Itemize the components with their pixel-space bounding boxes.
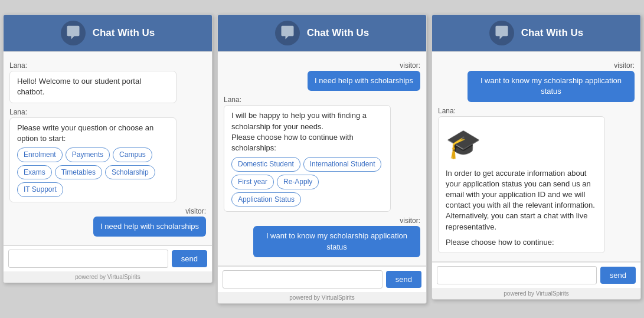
visitor-label: visitor: (224, 217, 420, 225)
powered-by: powered by VirtualSpirits (218, 292, 426, 303)
chat-input[interactable] (437, 266, 597, 284)
chat-icon (489, 21, 514, 45)
lana-extra-text: Please choose how to continue: (446, 237, 597, 248)
chat-header-title: Chat With Us (93, 27, 155, 39)
visitor-label: visitor: (438, 61, 635, 70)
chip-re-apply[interactable]: Re-Apply (277, 175, 319, 189)
chip-application-status[interactable]: Application Status (231, 192, 301, 207)
lana-bubble: I will be happy to help you with finding… (224, 105, 391, 212)
lana-message-text: Please write your question or choose an … (17, 123, 169, 144)
lana-message-text: In order to get accurate information abo… (446, 168, 597, 232)
lana-bubble: 🎓In order to get accurate information ab… (438, 116, 605, 254)
chip-scholarship[interactable]: Scholarship (105, 165, 155, 180)
graduation-cap-icon: 🎓 (446, 124, 597, 163)
lana-label: Lana: (438, 107, 635, 115)
chat-header-title: Chat With Us (307, 27, 370, 39)
chat-icon (275, 21, 300, 45)
chat-body: visitor:I need help with scholarshipsLan… (218, 51, 426, 266)
lana-message-row: I will be happy to help you with finding… (224, 105, 420, 212)
chip-domestic-student[interactable]: Domestic Student (231, 157, 300, 172)
chip-enrolment[interactable]: Enrolment (17, 147, 63, 162)
chat-footer: send (218, 266, 426, 292)
send-button[interactable]: send (600, 267, 636, 284)
visitor-message-row: I need help with scholarships (224, 71, 420, 91)
chat-header-title: Chat With Us (521, 27, 584, 39)
chat-widget-1: Chat With Us Lana:Hello! Welcome to our … (3, 14, 213, 283)
chip-payments[interactable]: Payments (66, 147, 110, 162)
visitor-bubble: I want to know my scholarship applicatio… (468, 71, 635, 101)
chip-exams[interactable]: Exams (17, 165, 52, 180)
visitor-message-row: I want to know my scholarship applicatio… (224, 226, 420, 257)
chat-widgets-container: Chat With Us Lana:Hello! Welcome to our … (3, 14, 641, 304)
lana-bubble: Please write your question or choose an … (9, 117, 176, 203)
speech-bubble-icon (493, 25, 510, 41)
chat-widget-2: Chat With Us visitor:I need help with sc… (217, 14, 427, 304)
lana-label: Lana: (224, 96, 420, 104)
chat-input[interactable] (223, 270, 383, 289)
chat-body: visitor:I want to know my scholarship ap… (432, 51, 640, 262)
visitor-bubble: I need help with scholarships (308, 71, 420, 91)
chip-it-support[interactable]: IT Support (17, 182, 63, 197)
visitor-bubble: I need help with scholarships (93, 217, 206, 237)
visitor-message-row: I need help with scholarships (9, 217, 206, 237)
chip-timetables[interactable]: Timetables (55, 165, 102, 180)
chat-footer: send (432, 262, 640, 288)
lana-message-text: Hello! Welcome to our student portal cha… (17, 76, 169, 97)
chip-container: Domestic StudentInternational StudentFir… (231, 157, 383, 206)
chip-international-student[interactable]: International Student (303, 157, 382, 172)
visitor-message-row: I want to know my scholarship applicatio… (438, 71, 635, 101)
visitor-label: visitor: (9, 207, 206, 215)
lana-message-row: Please write your question or choose an … (9, 117, 206, 203)
speech-bubble-icon (279, 25, 296, 41)
chat-body: Lana:Hello! Welcome to our student porta… (4, 51, 212, 245)
lana-message-text: I will be happy to help you with finding… (231, 110, 383, 153)
visitor-bubble: I want to know my scholarship applicatio… (253, 226, 420, 257)
chip-first-year[interactable]: First year (231, 175, 274, 189)
chat-icon (61, 21, 86, 45)
send-button[interactable]: send (172, 250, 207, 267)
powered-by: powered by VirtualSpirits (4, 271, 212, 283)
powered-by: powered by VirtualSpirits (432, 288, 640, 299)
visitor-label: visitor: (224, 61, 420, 70)
chat-header: Chat With Us (218, 15, 426, 51)
chat-input[interactable] (8, 250, 168, 268)
lana-label: Lana: (9, 61, 206, 70)
chat-widget-3: Chat With Us visitor:I want to know my s… (431, 14, 641, 300)
lana-message-row: Hello! Welcome to our student portal cha… (9, 71, 206, 103)
chat-header: Chat With Us (4, 15, 212, 51)
send-button[interactable]: send (386, 271, 421, 288)
chip-container: EnrolmentPaymentsCampusExamsTimetablesSc… (17, 147, 169, 197)
chip-campus[interactable]: Campus (113, 147, 152, 162)
lana-bubble: Hello! Welcome to our student portal cha… (9, 71, 176, 103)
lana-label: Lana: (9, 108, 206, 116)
chat-header: Chat With Us (432, 15, 640, 51)
lana-message-row: 🎓In order to get accurate information ab… (438, 116, 635, 254)
chat-footer: send (4, 245, 212, 271)
speech-bubble-icon (65, 25, 81, 41)
